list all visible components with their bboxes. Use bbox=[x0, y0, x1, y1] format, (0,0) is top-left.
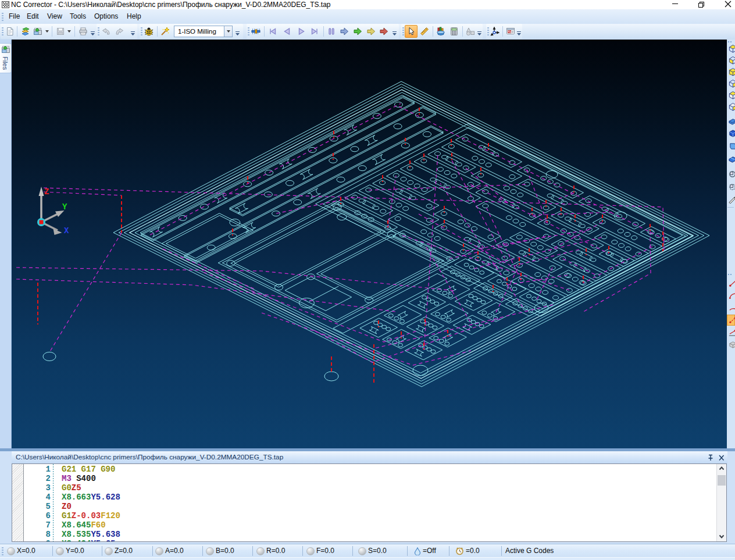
svg-text:X: X bbox=[64, 226, 69, 236]
svg-text:Y: Y bbox=[62, 202, 67, 212]
svg-text:Z: Z bbox=[44, 187, 49, 197]
